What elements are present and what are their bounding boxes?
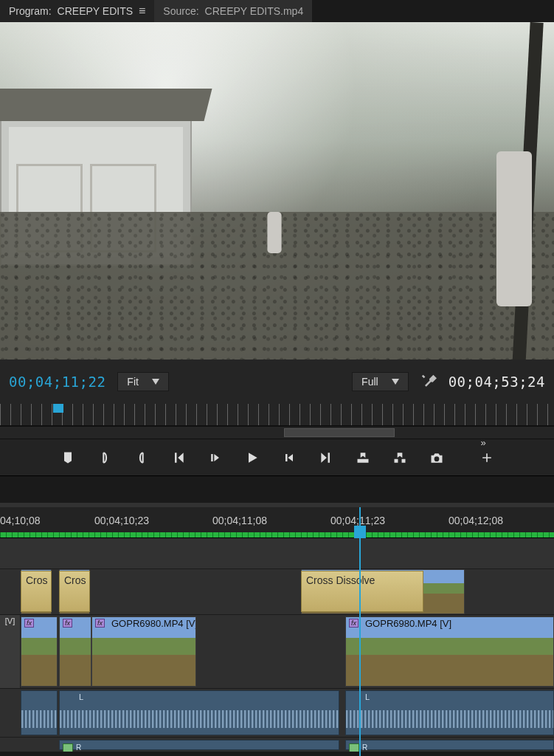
play-button[interactable]: [243, 449, 261, 467]
ruler-tick-label: 00;04;10;23: [94, 515, 149, 526]
transition-cross-dissolve[interactable]: Cros: [59, 571, 90, 612]
go-to-in-button[interactable]: [170, 449, 187, 467]
duration-timecode: 00;04;53;24: [449, 374, 545, 390]
clip-a1[interactable]: [21, 690, 58, 735]
quality-dropdown[interactable]: Full: [352, 372, 409, 391]
zoom-value: Fit: [127, 376, 139, 388]
work-area-bar[interactable]: [0, 532, 554, 537]
navigator-playhead[interactable]: [53, 404, 63, 413]
track-v1[interactable]: [V] fx fx fx GOPR6980.MP4 [V] fx GOPR698…: [0, 615, 554, 689]
clip-name: GOPR6980.MP4 [V]: [111, 618, 196, 629]
tab-source-prefix: Source:: [163, 5, 198, 17]
fx-badge-icon[interactable]: fx: [24, 619, 34, 628]
program-monitor[interactable]: [0, 22, 554, 360]
step-forward-button[interactable]: [280, 449, 298, 467]
clip-name: GOPR6980.MP4 [V]: [365, 618, 451, 629]
track-v2[interactable]: Cros Cros Cross Dissolve: [0, 569, 554, 615]
audio-channel-label: R: [76, 743, 81, 752]
ruler-tick-label: 04;10;08: [0, 515, 41, 526]
chevron-down-icon: [152, 379, 159, 385]
track-v1-header[interactable]: [V]: [0, 615, 21, 688]
tab-program[interactable]: Program: CREEPY EDITS ≡: [0, 0, 154, 22]
navigator-ruler[interactable]: [0, 404, 554, 426]
quality-value: Full: [361, 376, 378, 388]
navigator-scrollbar[interactable]: [0, 426, 554, 439]
tab-program-name: CREEPY EDITS: [58, 5, 133, 17]
fx-badge-icon[interactable]: [63, 743, 73, 752]
tab-program-prefix: Program:: [9, 5, 52, 17]
settings-wrench-icon[interactable]: [420, 372, 437, 392]
svg-point-0: [434, 456, 439, 461]
clip-v1[interactable]: fx: [59, 616, 91, 687]
audio-channel-label: L: [79, 693, 83, 701]
button-editor-button[interactable]: [478, 449, 496, 467]
export-frame-button[interactable]: [428, 449, 446, 467]
clip-a2[interactable]: R: [345, 740, 554, 750]
track-a2[interactable]: R R: [0, 738, 554, 752]
current-timecode[interactable]: 00;04;11;22: [9, 374, 105, 390]
add-marker-button[interactable]: [59, 449, 77, 467]
clip-v1[interactable]: fx GOPR6980.MP4 [V]: [345, 616, 554, 687]
step-back-button[interactable]: [207, 449, 224, 467]
extract-button[interactable]: [391, 449, 409, 467]
panel-menu-icon[interactable]: ≡: [139, 4, 145, 18]
clip-v1[interactable]: fx GOPR6980.MP4 [V]: [91, 616, 196, 687]
transition-cross-dissolve[interactable]: Cross Dissolve: [301, 571, 423, 612]
audio-channel-label: L: [365, 693, 370, 701]
go-to-out-button[interactable]: [317, 449, 335, 467]
fx-badge-icon[interactable]: [349, 743, 359, 752]
preview-frame: [0, 22, 554, 360]
lift-button[interactable]: [354, 449, 372, 467]
mark-in-button[interactable]: [96, 449, 114, 467]
clip-a1[interactable]: fx L: [345, 690, 554, 735]
fx-badge-icon[interactable]: fx: [63, 619, 72, 628]
track-gap: [0, 538, 554, 569]
clip-a2[interactable]: R: [59, 740, 339, 750]
scrollbar-thumb[interactable]: [284, 428, 395, 437]
track-a1[interactable]: fx L fx L: [0, 689, 554, 738]
zoom-dropdown[interactable]: Fit: [117, 372, 169, 391]
fx-badge-icon[interactable]: fx: [349, 619, 359, 628]
transport-controls: [0, 439, 554, 476]
tab-source-name: CREEPY EDITS.mp4: [205, 5, 304, 17]
clip-v1[interactable]: fx: [21, 616, 58, 687]
ruler-tick-label: 00;04;11;23: [330, 515, 385, 526]
time-bar: 00;04;11;22 Fit Full 00;04;53;24: [0, 360, 554, 404]
mark-out-button[interactable]: [133, 449, 150, 467]
audio-channel-label: R: [362, 743, 367, 752]
timeline-playhead[interactable]: [354, 526, 366, 539]
ruler-tick-label: 00;04;12;08: [449, 515, 503, 526]
clip-a1[interactable]: fx L: [59, 690, 339, 735]
timeline-ruler[interactable]: 04;10;08 00;04;10;23 00;04;11;08 00;04;1…: [0, 507, 554, 538]
timeline-panel: 04;10;08 00;04;10;23 00;04;11;08 00;04;1…: [0, 507, 554, 752]
fx-badge-icon[interactable]: fx: [95, 619, 105, 628]
tab-source[interactable]: Source: CREEPY EDITS.mp4: [154, 0, 312, 22]
chevron-down-icon: [392, 379, 399, 385]
ruler-tick-label: 00;04;11;08: [212, 515, 267, 526]
transition-cross-dissolve[interactable]: Cros: [21, 571, 52, 612]
